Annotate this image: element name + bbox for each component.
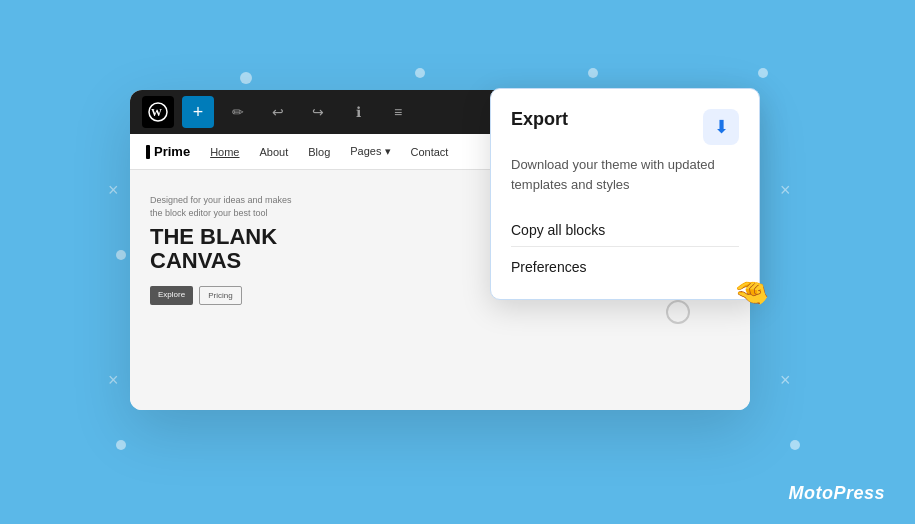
decor-dot-7 <box>790 440 800 450</box>
nav-contact[interactable]: Contact <box>411 146 449 158</box>
info-icon: ℹ <box>356 104 361 120</box>
decor-dot-1 <box>240 72 252 84</box>
redo-button[interactable]: ↪ <box>302 96 334 128</box>
undo-icon: ↩ <box>272 104 284 120</box>
export-description: Download your theme with updated templat… <box>511 155 739 194</box>
nav-about[interactable]: About <box>259 146 288 158</box>
decor-x-2: × <box>108 370 119 391</box>
export-download-button[interactable]: ⬇ <box>703 109 739 145</box>
decor-dot-2 <box>415 68 425 78</box>
wp-logo: W <box>142 96 174 128</box>
logo-bar <box>146 145 150 159</box>
nav-blog[interactable]: Blog <box>308 146 330 158</box>
decor-x-3: × <box>780 180 791 201</box>
export-title: Export <box>511 109 568 130</box>
copy-all-blocks-item[interactable]: Copy all blocks <box>511 210 739 247</box>
cursor-hand: 🤏 <box>731 273 771 312</box>
svg-text:W: W <box>151 106 162 118</box>
undo-button[interactable]: ↩ <box>262 96 294 128</box>
plus-icon: + <box>193 102 204 123</box>
pen-icon: ✏ <box>232 104 244 120</box>
export-card: Export ⬇ Download your theme with update… <box>490 88 760 300</box>
decor-dot-4 <box>758 68 768 78</box>
motopress-branding: MotoPress <box>788 483 885 504</box>
motopress-text: MotoPress <box>788 483 885 503</box>
decor-dot-5 <box>116 250 126 260</box>
add-block-button[interactable]: + <box>182 96 214 128</box>
site-name: Prime <box>154 144 190 159</box>
decor-x-4: × <box>780 370 791 391</box>
nav-home[interactable]: Home <box>210 146 239 158</box>
nav-pages[interactable]: Pages ▾ <box>350 145 390 158</box>
info-button[interactable]: ℹ <box>342 96 374 128</box>
download-icon: ⬇ <box>714 116 729 138</box>
small-circle <box>666 300 690 324</box>
export-header: Export ⬇ <box>511 109 739 145</box>
pen-button[interactable]: ✏ <box>222 96 254 128</box>
explore-button[interactable]: Explore <box>150 286 193 305</box>
decor-dot-3 <box>588 68 598 78</box>
preferences-item[interactable]: Preferences <box>511 247 739 279</box>
list-view-button[interactable]: ≡ <box>382 96 414 128</box>
redo-icon: ↪ <box>312 104 324 120</box>
decor-x-1: × <box>108 180 119 201</box>
pricing-button[interactable]: Pricing <box>199 286 241 305</box>
decor-dot-6 <box>116 440 126 450</box>
site-logo: Prime <box>146 144 190 159</box>
list-icon: ≡ <box>394 104 402 120</box>
